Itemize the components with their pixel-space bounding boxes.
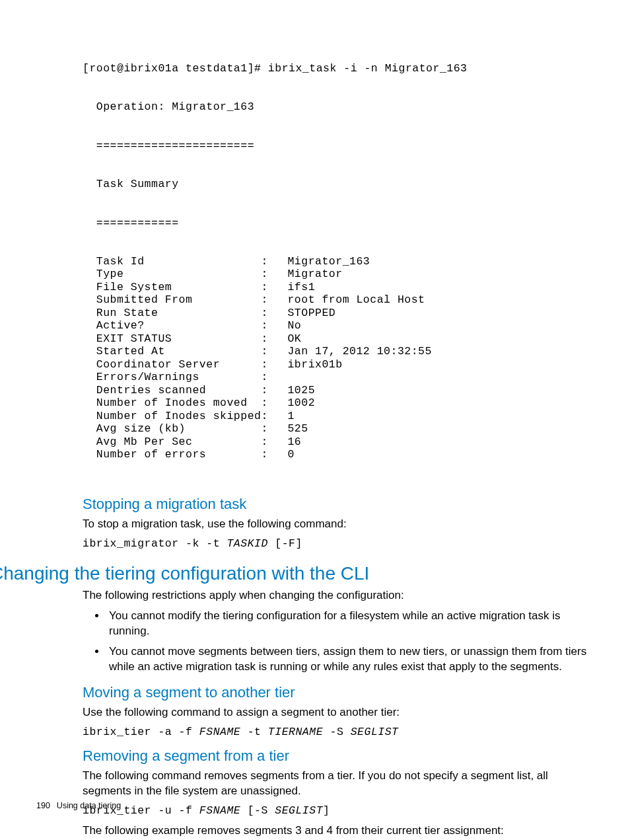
task-colon: : (261, 293, 287, 306)
terminal-header: ======================= (83, 139, 594, 152)
code-variable: SEGLIST (275, 804, 323, 817)
list-item: You cannot modify the tiering configurat… (106, 609, 594, 639)
task-value: No (287, 319, 431, 332)
task-row: Number of Inodes skipped: 1 (83, 410, 432, 422)
task-label: EXIT STATUS (83, 332, 261, 345)
task-label: Number of Inodes skipped (83, 410, 261, 422)
task-value: 0 (287, 448, 431, 461)
task-row: File System: ifs1 (83, 281, 432, 293)
task-row: Started At: Jan 17, 2012 10:32:55 (83, 345, 432, 358)
task-label: File System (83, 281, 261, 293)
body-text: To stop a migration task, use the follow… (83, 517, 594, 532)
code-text: ibrix_tier -a -f (83, 726, 199, 738)
task-row: Run State: STOPPED (83, 307, 432, 319)
task-label: Number of Inodes moved (83, 397, 261, 409)
task-colon: : (261, 358, 287, 371)
code-variable: SEGLIST (351, 726, 399, 738)
task-value (287, 371, 431, 383)
task-value: root from Local Host (287, 293, 431, 306)
task-label: Active? (83, 319, 261, 332)
task-colon: : (261, 448, 287, 461)
task-colon: : (261, 371, 287, 383)
task-label: Dentries scanned (83, 384, 261, 397)
body-text: The following example removes segments 3… (83, 823, 594, 839)
body-text: Use the following command to assign a se… (83, 705, 594, 720)
code-text: [-S (240, 804, 275, 817)
body-text: The following restrictions apply when ch… (83, 588, 594, 603)
code-variable: TASKID (227, 537, 267, 550)
task-colon: : (261, 397, 287, 409)
task-row: Number of Inodes moved: 1002 (83, 397, 432, 409)
task-row: Number of errors: 0 (83, 448, 432, 461)
task-colon: : (261, 255, 287, 268)
heading-moving-segment: Moving a segment to another tier (83, 684, 594, 701)
task-label: Run State (83, 307, 261, 319)
code-variable: TIERNAME (268, 726, 323, 738)
page-footer: 190Using data tiering (36, 801, 121, 810)
task-colon: : (261, 281, 287, 293)
command-remove-segment: ibrix_tier -u -f FSNAME [-S SEGLIST] (83, 804, 594, 817)
task-value: 525 (287, 422, 431, 435)
task-value: ibrix01b (287, 358, 431, 371)
command-stop-migrator: ibrix_migrator -k -t TASKID [-F] (83, 537, 594, 550)
task-colon: : (261, 384, 287, 397)
code-text: -S (323, 726, 351, 738)
terminal-command: [root@ibrix01a testdata1]# ibrix_task -i… (83, 62, 594, 75)
task-value: 1002 (287, 397, 431, 409)
task-value: 16 (287, 436, 431, 448)
code-variable: FSNAME (199, 804, 240, 817)
task-label: Type (83, 268, 261, 280)
chapter-name: Using data tiering (57, 801, 121, 810)
code-text: ] (323, 804, 330, 817)
task-colon: : (261, 410, 287, 422)
task-row: Errors/Warnings: (83, 371, 432, 383)
task-summary-table: Task Id: Migrator_163 Type: Migrator Fil… (83, 255, 432, 461)
code-variable: FSNAME (199, 726, 240, 738)
terminal-header: ============ (83, 217, 594, 229)
task-row: Dentries scanned: 1025 (83, 384, 432, 397)
task-row: Submitted From: root from Local Host (83, 293, 432, 306)
task-label: Started At (83, 345, 261, 358)
task-colon: : (261, 422, 287, 435)
body-text: The following command removes segments f… (83, 769, 594, 799)
task-value: 1 (287, 410, 431, 422)
list-item: You cannot move segments between tiers, … (106, 644, 594, 675)
terminal-header: Operation: Migrator_163 (83, 100, 594, 113)
task-colon: : (261, 345, 287, 358)
task-colon: : (261, 268, 287, 280)
task-value: 1025 (287, 384, 431, 397)
task-label: Submitted From (83, 293, 261, 306)
task-label: Errors/Warnings (83, 371, 261, 383)
task-value: Jan 17, 2012 10:32:55 (287, 345, 431, 358)
task-value: OK (287, 332, 431, 345)
task-colon: : (261, 307, 287, 319)
code-text: [-F] (268, 537, 302, 550)
page-number: 190 (36, 801, 50, 810)
heading-removing-segment: Removing a segment from a tier (83, 747, 594, 765)
task-label: Avg Mb Per Sec (83, 436, 261, 448)
code-text: -t (240, 726, 268, 738)
task-row: Avg size (kb): 525 (83, 422, 432, 435)
task-colon: : (261, 319, 287, 332)
task-row: Type: Migrator (83, 268, 432, 280)
heading-changing-tiering: Changing the tiering configuration with … (0, 563, 594, 584)
task-value: Migrator (287, 268, 431, 280)
task-value: STOPPED (287, 307, 431, 319)
task-row: Task Id: Migrator_163 (83, 255, 432, 268)
task-row: EXIT STATUS: OK (83, 332, 432, 345)
task-label: Avg size (kb) (83, 422, 261, 435)
task-value: Migrator_163 (287, 255, 431, 268)
task-label: Number of errors (83, 448, 261, 461)
terminal-output: [root@ibrix01a testdata1]# ibrix_task -i… (83, 36, 594, 486)
task-row: Active?: No (83, 319, 432, 332)
task-colon: : (261, 332, 287, 345)
terminal-header: Task Summary (83, 178, 594, 190)
task-colon: : (261, 436, 287, 448)
task-label: Coordinator Server (83, 358, 261, 371)
heading-stopping-migration: Stopping a migration task (83, 496, 594, 513)
task-value: ifs1 (287, 281, 431, 293)
task-label: Task Id (83, 255, 261, 268)
restriction-list: You cannot modify the tiering configurat… (83, 609, 594, 675)
task-row: Coordinator Server: ibrix01b (83, 358, 432, 371)
code-text: ibrix_migrator -k -t (83, 537, 227, 550)
